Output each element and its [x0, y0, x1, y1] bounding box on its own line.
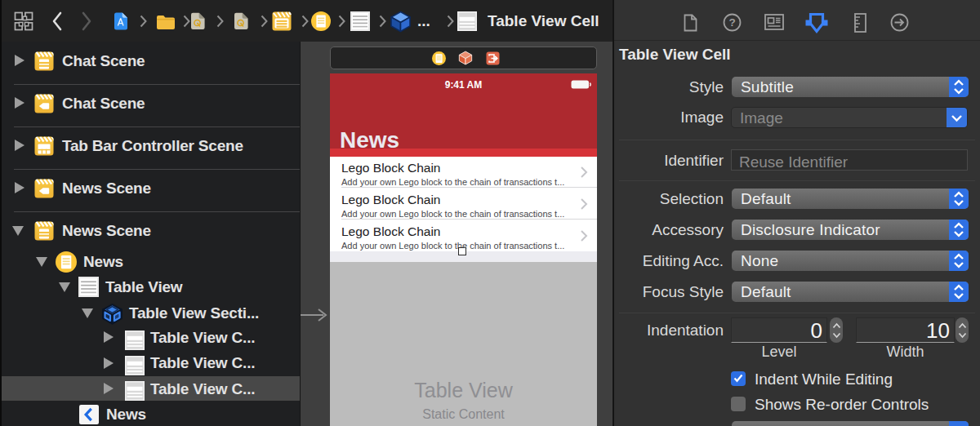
svg-text:?: ? [728, 16, 735, 29]
